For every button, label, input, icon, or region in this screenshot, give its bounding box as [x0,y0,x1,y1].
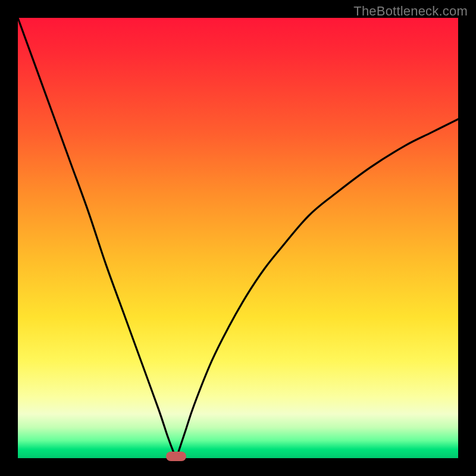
watermark-text: TheBottleneck.com [353,4,468,19]
optimal-point-marker [166,452,186,461]
bottleneck-curve [18,18,458,458]
plot-frame [18,18,458,458]
curve-left-branch [18,18,176,458]
curve-right-branch [176,119,458,458]
